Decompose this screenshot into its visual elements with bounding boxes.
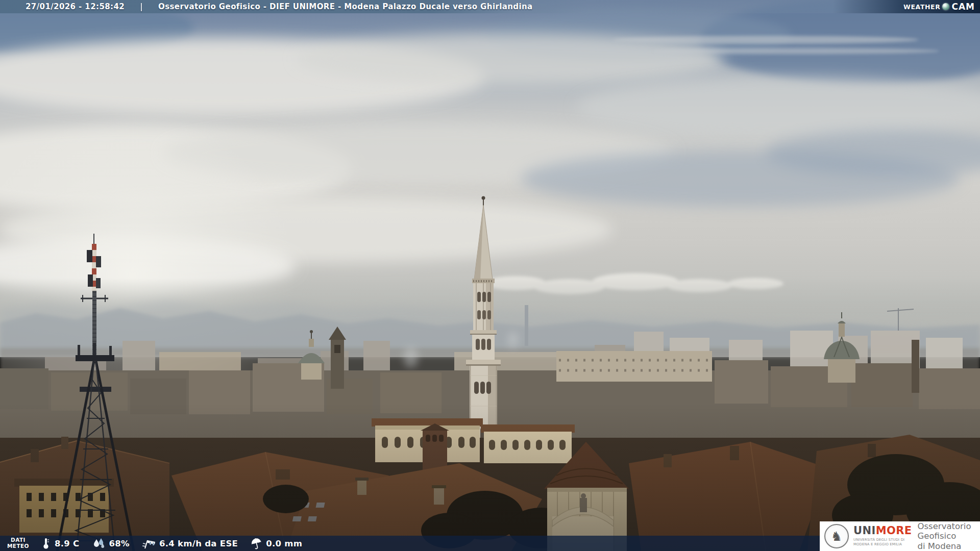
webcam-frame: 27/01/2026 - 12:58:42 | Osservatorio Geo… — [0, 0, 980, 551]
unimore-acronym: UNIMORE — [853, 525, 912, 536]
humidity-value: 68% — [109, 539, 129, 548]
observatory-name-line2: di Modena — [918, 541, 980, 551]
unimore-acronym-more: MORE — [876, 524, 912, 537]
weather-data-label: DATI METEO — [7, 537, 29, 549]
university-name-line1: UNIVERSITÀ DEGLI STUDI DI — [853, 538, 912, 542]
observatory-name: Osservatorio Geofisico di Modena — [918, 521, 980, 551]
separator: | — [140, 2, 143, 11]
precipitation-reading: 0.0 mm — [250, 537, 302, 549]
humidity-drops-icon — [92, 537, 106, 549]
temperature-value: 8.9 C — [55, 539, 80, 548]
timestamp: 27/01/2026 - 12:58:42 — [26, 2, 125, 11]
university-name: UNIVERSITÀ DEGLI STUDI DI MODENA E REGGI… — [853, 538, 912, 547]
weather-data-label-line2: METEO — [7, 543, 29, 549]
unimore-logo-box: ♞ UNIMORE UNIVERSITÀ DEGLI STUDI DI MODE… — [820, 521, 980, 551]
unimore-seal-icon: ♞ — [824, 524, 849, 548]
globe-icon — [942, 3, 949, 10]
weathercam-logo: Weather CAM — [903, 0, 975, 13]
seal-knight-glyph: ♞ — [831, 530, 842, 543]
precipitation-value: 0.0 mm — [266, 539, 302, 548]
observatory-name-line1: Osservatorio Geofisico — [918, 521, 980, 541]
weathercam-logo-weather: Weather — [903, 3, 940, 11]
unimore-acronym-uni: UNI — [853, 524, 876, 537]
temperature-reading: 8.9 C — [40, 537, 80, 549]
city-panorama-photo — [0, 0, 980, 551]
top-info-bar: 27/01/2026 - 12:58:42 | Osservatorio Geo… — [0, 0, 980, 13]
camera-title: Osservatorio Geofisico - DIEF UNIMORE - … — [158, 2, 533, 11]
thermometer-icon — [40, 537, 52, 549]
wind-value: 6.4 km/h da ESE — [159, 539, 238, 548]
humidity-reading: 68% — [92, 537, 129, 549]
umbrella-icon — [250, 537, 263, 549]
tall-chimney-tower — [912, 340, 919, 393]
weathercam-logo-cam: CAM — [951, 2, 975, 12]
belfry-tower — [329, 327, 346, 389]
windsock-icon — [142, 537, 156, 549]
wind-reading: 6.4 km/h da ESE — [142, 537, 238, 549]
university-name-line2: MODENA E REGGIO EMILIA — [853, 542, 912, 547]
unimore-wordmark: UNIMORE UNIVERSITÀ DEGLI STUDI DI MODENA… — [853, 525, 912, 547]
